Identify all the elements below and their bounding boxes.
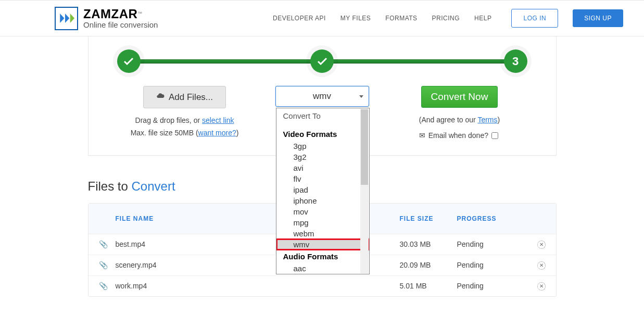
header: ZAMZAR™ Online file conversion DEVELOPER… (0, 0, 644, 36)
step-1-done (117, 49, 141, 73)
title-a: Files to (88, 179, 132, 193)
svg-marker-0 (60, 14, 64, 23)
file-size: 20.09 MB (400, 261, 457, 269)
dropdown-item-3g2[interactable]: 3g2 (276, 152, 369, 162)
step-1-column: Add Files... Drag & drop files, or selec… (117, 86, 252, 140)
email-label: Email when done? (428, 130, 488, 142)
svg-marker-2 (70, 14, 74, 23)
nav-my-files[interactable]: MY FILES (340, 15, 371, 22)
dropdown-scroll-thumb[interactable] (361, 109, 368, 185)
svg-marker-1 (65, 14, 69, 23)
dropdown-item-flv[interactable]: flv (276, 173, 369, 184)
format-selected-value: wmv (313, 91, 331, 102)
step-3: 3 (504, 49, 527, 73)
title-b: Convert (132, 179, 175, 193)
step-indicator: 3 (117, 36, 527, 73)
dropdown-scrollbar[interactable] (360, 109, 369, 273)
convert-hints: (And agree to our Terms) ✉ Email when do… (419, 114, 500, 142)
agree-post: ) (498, 116, 500, 124)
terms-link[interactable]: Terms (477, 116, 497, 124)
file-progress: Pending (457, 240, 530, 248)
format-dropdown: Convert To Video Formats 3gp 3g2 avi flv… (276, 108, 370, 274)
hint-size-post: ) (236, 129, 239, 137)
step-3-column: Convert Now (And agree to our Terms) ✉ E… (392, 86, 527, 142)
nav-formats[interactable]: FORMATS (385, 15, 417, 22)
dropdown-group-video: Video Formats (276, 128, 369, 141)
dropdown-item-3gp[interactable]: 3gp (276, 141, 369, 152)
dropdown-item-avi[interactable]: avi (276, 162, 369, 173)
dropdown-header: Convert To (276, 108, 369, 123)
file-progress: Pending (457, 282, 530, 290)
file-name: work.mp4 (116, 282, 400, 290)
th-size: FILE SIZE (400, 215, 457, 222)
hint-size-pre: Max. file size 50MB ( (131, 129, 198, 137)
upload-icon (156, 92, 165, 103)
dropdown-item-wmv[interactable]: wmv (276, 239, 369, 250)
hint-drag: Drag & drop files, or (135, 116, 202, 124)
brand-title: ZAMZAR (83, 7, 137, 21)
nav-help[interactable]: HELP (474, 15, 491, 22)
th-progress: PROGRESS (457, 215, 530, 222)
trademark: ™ (137, 10, 142, 16)
convert-panel: 3 Add Files... Drag & drop files, or sel… (88, 36, 557, 156)
remove-file-button[interactable]: ✕ (537, 282, 546, 291)
signup-button[interactable]: SIGN UP (573, 9, 623, 27)
step-line-2 (332, 59, 506, 64)
add-files-button[interactable]: Add Files... (143, 86, 226, 108)
file-size: 30.03 MB (400, 240, 457, 248)
nav: DEVELOPER API MY FILES FORMATS PRICING H… (273, 9, 623, 28)
step-2-done (310, 49, 334, 73)
attachment-icon: 📎 (99, 261, 116, 269)
attachment-icon: 📎 (99, 240, 116, 248)
login-button[interactable]: LOG IN (511, 9, 558, 28)
email-checkbox[interactable] (491, 132, 498, 139)
nav-pricing[interactable]: PRICING (432, 15, 460, 22)
brand-tagline: Online file conversion (83, 20, 158, 29)
logo-icon (55, 7, 78, 30)
table-row: 📎 work.mp4 5.01 MB Pending ✕ (89, 275, 556, 296)
nav-developer-api[interactable]: DEVELOPER API (273, 15, 326, 22)
dropdown-item-mov[interactable]: mov (276, 206, 369, 217)
dropdown-item-webm[interactable]: webm (276, 228, 369, 239)
step-line-1 (138, 59, 313, 64)
attachment-icon: 📎 (99, 282, 116, 290)
select-link[interactable]: select link (202, 116, 234, 124)
upload-hints: Drag & drop files, or select link Max. f… (131, 115, 239, 140)
dropdown-item-mpg[interactable]: mpg (276, 217, 369, 228)
convert-button[interactable]: Convert Now (421, 86, 498, 108)
agree-pre: (And agree to our (419, 116, 478, 124)
logo[interactable]: ZAMZAR™ Online file conversion (55, 7, 158, 30)
dropdown-item-aac[interactable]: aac (276, 263, 369, 274)
logo-text: ZAMZAR™ Online file conversion (83, 8, 158, 29)
want-more-link[interactable]: want more? (198, 129, 236, 137)
file-progress: Pending (457, 261, 530, 269)
dropdown-item-iphone[interactable]: iphone (276, 195, 369, 206)
dropdown-item-ipad[interactable]: ipad (276, 184, 369, 195)
format-select[interactable]: wmv (275, 86, 369, 107)
remove-file-button[interactable]: ✕ (537, 241, 546, 249)
check-icon (122, 55, 135, 68)
file-size: 5.01 MB (400, 282, 457, 290)
remove-file-button[interactable]: ✕ (537, 261, 546, 270)
dropdown-group-audio: Audio Formats (276, 250, 369, 263)
check-icon (316, 55, 329, 68)
add-files-label: Add Files... (169, 92, 213, 103)
envelope-icon: ✉ (419, 130, 425, 142)
step-2-column: wmv Convert To Video Formats 3gp 3g2 avi… (254, 86, 389, 107)
